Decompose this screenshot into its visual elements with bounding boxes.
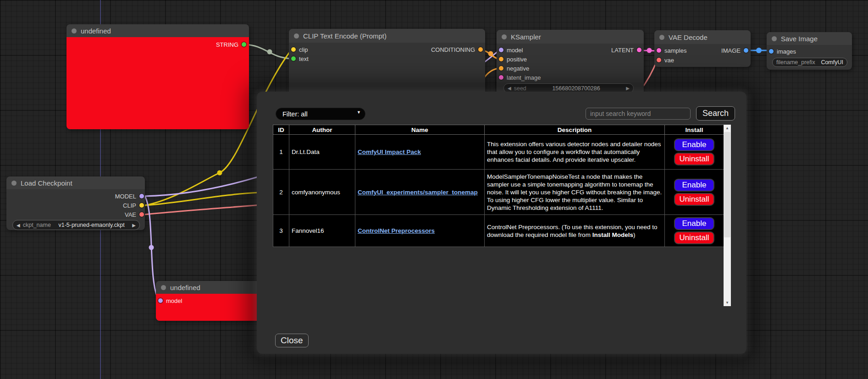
slot-label: text xyxy=(299,55,309,62)
extension-author: Dr.Lt.Data xyxy=(289,135,355,170)
filename-prefix-widget[interactable]: filename_prefix ComfyUI xyxy=(772,58,847,67)
uninstall-button[interactable]: Uninstall xyxy=(674,193,714,206)
input-slot-negative[interactable]: negative xyxy=(499,65,529,72)
enable-button[interactable]: Enable xyxy=(674,217,714,230)
extension-link[interactable]: ControlNet Preprocessors xyxy=(358,227,435,234)
collapse-dot-icon[interactable] xyxy=(772,36,777,41)
model-port-icon[interactable] xyxy=(158,298,163,303)
link-dot-image xyxy=(756,48,762,53)
scrollbar-thumb[interactable] xyxy=(724,132,730,237)
slot-label: CLIP xyxy=(123,202,136,209)
node-save-image[interactable]: Save Image images filename_prefix ComfyU… xyxy=(767,32,852,70)
output-slot-conditioning[interactable]: CONDITIONING xyxy=(431,46,483,53)
collapse-dot-icon[interactable] xyxy=(502,34,507,39)
next-arrow-icon[interactable]: ▶ xyxy=(132,223,136,228)
extension-link[interactable]: ComfyUI Impact Pack xyxy=(358,148,421,155)
node-title: Save Image xyxy=(781,35,818,43)
filter-select[interactable]: Filter: all xyxy=(276,108,365,120)
conditioning-port-icon[interactable] xyxy=(478,47,483,52)
model-port-icon[interactable] xyxy=(139,194,144,198)
uninstall-button[interactable]: Uninstall xyxy=(674,153,714,165)
input-slot-positive[interactable]: positive xyxy=(499,55,527,63)
input-slot-samples[interactable]: samples xyxy=(657,47,686,54)
node-title-bar[interactable]: Load Checkpoint xyxy=(6,176,145,189)
scroll-down-icon[interactable]: ▼ xyxy=(724,299,731,306)
node-title-bar[interactable]: CLIP Text Encode (Prompt) xyxy=(289,29,485,43)
output-slot-image[interactable]: IMAGE xyxy=(721,47,748,54)
slot-label: samples xyxy=(664,47,686,54)
node-title-bar[interactable]: undefined xyxy=(66,24,249,37)
output-slot-string[interactable]: STRING xyxy=(216,41,246,48)
vae-port-icon[interactable] xyxy=(657,58,661,62)
node-vae-decode[interactable]: VAE Decode samples vae IMAGE xyxy=(654,30,751,67)
extension-row: 1Dr.Lt.DataComfyUI Impact PackThis exten… xyxy=(273,135,724,170)
col-header-author: Author xyxy=(289,125,355,135)
node-clip-text-encode[interactable]: CLIP Text Encode (Prompt) clip text COND… xyxy=(289,29,485,98)
extension-id: 1 xyxy=(273,135,289,170)
text-port-icon[interactable] xyxy=(291,56,296,61)
input-slot-text[interactable]: text xyxy=(291,55,309,62)
input-slot-vae[interactable]: vae xyxy=(657,56,674,64)
conditioning-port-icon[interactable] xyxy=(499,66,503,71)
collapse-dot-icon[interactable] xyxy=(11,181,17,186)
latent-port-icon[interactable] xyxy=(499,75,503,80)
search-button[interactable]: Search xyxy=(696,106,735,121)
node-title-bar[interactable]: VAE Decode xyxy=(654,30,751,44)
link-clip-2 xyxy=(145,192,260,205)
prev-arrow-icon[interactable]: ◀ xyxy=(17,223,20,228)
decrement-arrow-icon[interactable]: ◀ xyxy=(508,86,511,91)
input-slot-model[interactable]: model xyxy=(158,297,182,304)
output-slot-vae[interactable]: VAE xyxy=(125,211,144,218)
string-port-icon[interactable] xyxy=(242,42,246,47)
node-title: VAE Decode xyxy=(669,33,708,41)
latent-port-icon[interactable] xyxy=(637,48,641,52)
input-slot-model[interactable]: model xyxy=(499,46,523,54)
extension-link[interactable]: ComfyUI_experiments/sampler_tonemap xyxy=(358,189,478,196)
collapse-dot-icon[interactable] xyxy=(72,28,77,33)
slot-label: model xyxy=(507,47,523,54)
collapse-dot-icon[interactable] xyxy=(294,33,299,38)
clip-port-icon[interactable] xyxy=(139,203,144,208)
enable-button[interactable]: Enable xyxy=(674,179,714,192)
extension-id: 2 xyxy=(273,170,289,215)
collapse-dot-icon[interactable] xyxy=(659,35,664,40)
image-port-icon[interactable] xyxy=(744,48,748,53)
uninstall-button[interactable]: Uninstall xyxy=(674,231,714,244)
widget-label: seed xyxy=(514,85,526,92)
table-header-row: ID Author Name Description Install xyxy=(273,125,724,135)
ckpt-name-widget[interactable]: ◀ ckpt_name v1-5-pruned-emaonly.ckpt ▶ xyxy=(12,220,140,230)
extension-table-wrap: ID Author Name Description Install 1Dr.L… xyxy=(273,125,731,306)
latent-port-icon[interactable] xyxy=(657,48,661,53)
output-slot-clip[interactable]: CLIP xyxy=(123,202,144,209)
col-header-description: Description xyxy=(485,125,665,135)
input-slot-latent-image[interactable]: latent_image xyxy=(499,74,541,81)
node-undefined-top[interactable]: undefined STRING xyxy=(66,24,249,129)
scroll-up-icon[interactable]: ▲ xyxy=(724,125,731,132)
input-slot-images[interactable]: images xyxy=(769,48,796,55)
extension-author: Fannovel16 xyxy=(289,215,355,247)
table-scrollbar[interactable]: ▲ ▼ xyxy=(724,125,731,306)
extension-row: 3Fannovel16ControlNet PreprocessorsContr… xyxy=(273,215,724,247)
close-button[interactable]: Close xyxy=(275,334,309,347)
slot-label: STRING xyxy=(216,41,238,48)
search-input[interactable] xyxy=(586,108,691,120)
link-dot-latent xyxy=(647,48,652,53)
node-ksampler[interactable]: KSampler model positive negative latent_… xyxy=(497,30,644,95)
model-port-icon[interactable] xyxy=(499,48,503,52)
clip-port-icon[interactable] xyxy=(291,47,296,52)
node-load-checkpoint[interactable]: Load Checkpoint MODEL CLIP VAE ◀ ckpt_na… xyxy=(6,176,145,230)
increment-arrow-icon[interactable]: ▶ xyxy=(626,86,630,91)
node-title-bar[interactable]: Save Image xyxy=(767,32,852,45)
extension-author: comfyanonymous xyxy=(289,170,355,215)
enable-button[interactable]: Enable xyxy=(674,138,714,151)
input-slot-clip[interactable]: clip xyxy=(291,46,308,53)
conditioning-port-icon[interactable] xyxy=(499,57,503,61)
collapse-dot-icon[interactable] xyxy=(161,285,166,290)
output-slot-latent[interactable]: LATENT xyxy=(611,46,641,54)
image-port-icon[interactable] xyxy=(769,49,774,54)
vae-port-icon[interactable] xyxy=(139,212,144,217)
node-title-bar[interactable]: KSampler xyxy=(497,30,644,44)
extension-id: 3 xyxy=(273,215,289,247)
output-slot-model[interactable]: MODEL xyxy=(115,192,144,200)
filter-dropdown-wrap: Filter: all ▼ xyxy=(276,108,365,120)
